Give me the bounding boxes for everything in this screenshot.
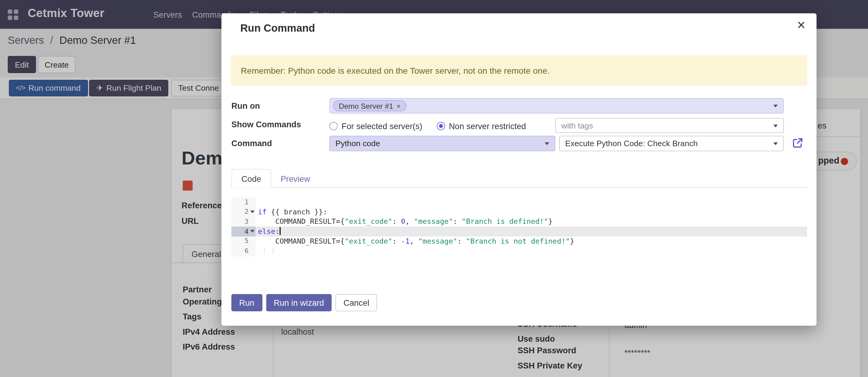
dialog-title: Run Command	[240, 22, 315, 34]
tab-preview[interactable]: Preview	[271, 169, 319, 188]
run-on-field[interactable]: Demo Server #1 ×	[329, 98, 784, 114]
close-icon[interactable]: ×	[797, 17, 806, 34]
radio-circle-unchecked[interactable]	[329, 122, 338, 130]
radio-circle-checked[interactable]	[437, 122, 445, 130]
fold-arrow-icon[interactable]	[250, 210, 255, 213]
editor-gutter: 123456	[231, 197, 256, 257]
show-commands-radios: For selected server(s) Non server restri…	[329, 118, 526, 134]
run-in-wizard-button[interactable]: Run in wizard	[266, 294, 332, 311]
run-on-label: Run on	[231, 101, 260, 110]
fold-spacer	[250, 220, 255, 224]
command-select[interactable]: Execute Python Code: Check Branch	[559, 136, 784, 151]
show-commands-label: Show Commands	[231, 120, 301, 129]
fold-spacer	[250, 200, 255, 204]
code-line: COMMAND_RESULT={"exit_code": -1, "messag…	[256, 236, 807, 246]
chevron-down-icon	[773, 105, 778, 108]
fold-arrow-icon[interactable]	[250, 230, 255, 233]
python-warning-alert: Remember: Python code is executed on the…	[231, 55, 807, 86]
code-line	[256, 246, 807, 256]
indent-guide	[273, 248, 274, 255]
command-label: Command	[231, 139, 272, 148]
chevron-down-icon	[773, 124, 778, 127]
indent-guide	[264, 248, 265, 255]
dialog-footer: Run Run in wizard Cancel	[231, 294, 377, 311]
code-line	[256, 197, 807, 207]
remove-tag-icon[interactable]: ×	[397, 102, 401, 110]
chevron-down-icon	[773, 142, 778, 145]
run-button[interactable]: Run	[231, 294, 262, 311]
radio-non-server-restricted[interactable]: Non server restricted	[437, 121, 526, 130]
with-tags-select[interactable]: with tags	[555, 118, 784, 133]
editor-lines: if {{ branch }}: COMMAND_RESULT={"exit_c…	[256, 197, 807, 257]
cancel-button[interactable]: Cancel	[336, 294, 377, 311]
code-line: else:	[256, 227, 807, 236]
code-line: COMMAND_RESULT={"exit_code": 0, "message…	[256, 217, 807, 227]
run-command-dialog: Run Command × Remember: Python code is e…	[222, 13, 816, 326]
chevron-down-icon	[545, 142, 549, 145]
external-link-icon[interactable]	[792, 137, 803, 148]
tab-code[interactable]: Code	[231, 169, 271, 188]
fold-spacer	[250, 249, 255, 253]
command-type-select[interactable]: Python code	[329, 136, 555, 151]
editor-tabbar: Code Preview	[231, 168, 807, 187]
screen: Cetmix Tower Servers Commands Files Tool…	[0, 0, 868, 377]
radio-selected-servers[interactable]: For selected server(s)	[329, 121, 422, 130]
code-line: if {{ branch }}:	[256, 207, 807, 217]
server-tag[interactable]: Demo Server #1 ×	[333, 100, 406, 111]
code-editor[interactable]: 123456 if {{ branch }}: COMMAND_RESULT={…	[231, 197, 807, 257]
stage: Cetmix Tower Servers Commands Files Tool…	[0, 0, 868, 377]
text-cursor	[280, 227, 281, 235]
fold-spacer	[250, 239, 255, 243]
